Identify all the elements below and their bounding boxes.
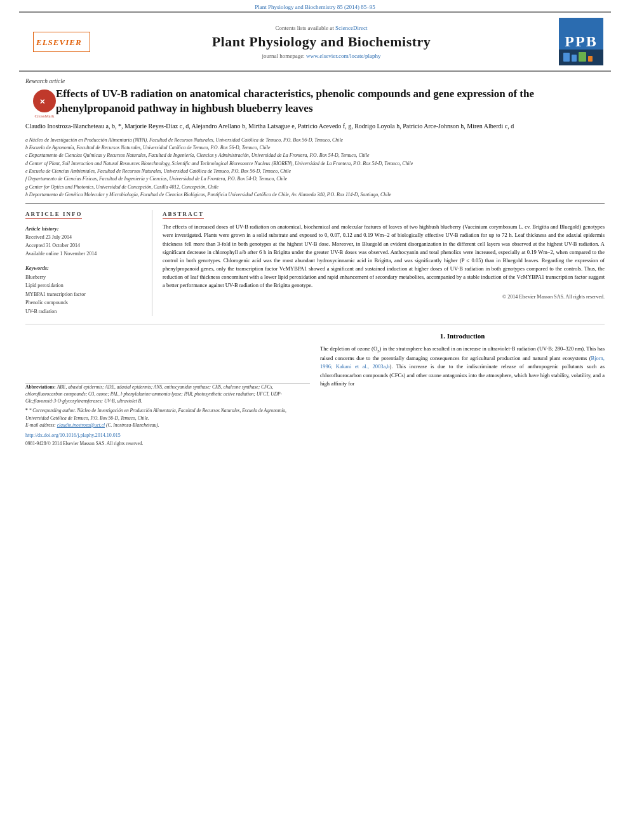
available-date: Available online 1 November 2014 — [25, 250, 145, 258]
intro-paragraph-1: The depletion of ozone (O3) in the strat… — [320, 345, 605, 388]
article-info-column: Article info Article history: Received 2… — [25, 210, 152, 316]
abbreviations-label: Abbreviations: — [25, 384, 57, 390]
journal-title: Plant Physiology and Biochemistry — [103, 34, 540, 50]
abstract-column: Abstract The effects of increased doses … — [163, 210, 605, 316]
intro-number: 1. — [440, 332, 447, 340]
copyright-line: © 2014 Elsevier Masson SAS. All rights r… — [163, 294, 605, 300]
intro-text-release: release — [501, 363, 516, 370]
divider-2 — [25, 324, 605, 324]
article-info-inner: Article info Article history: Received 2… — [25, 210, 152, 316]
banner-center: Contents lists available at ScienceDirec… — [103, 25, 540, 59]
affiliation-c: c Departamento de Ciencias Químicas y Re… — [25, 152, 605, 159]
email-label: E-mail address: — [25, 422, 56, 428]
ppb-logo-area: PPB — [546, 18, 603, 65]
footnotes-area: Abbreviations: ABE, abaxial epidermis; A… — [25, 383, 310, 447]
elsevier-logo-text: ELSEVIER — [35, 31, 89, 53]
affiliation-h: h Departamento de Genética Molecular y M… — [25, 191, 605, 198]
ppb-logo: PPB — [559, 18, 603, 65]
affiliation-a: a Núcleo de Investigación en Producción … — [25, 137, 605, 143]
svg-rect-4 — [588, 56, 593, 62]
doi-line[interactable]: http://dx.doi.org/10.1016/j.plaphy.2014.… — [25, 432, 310, 438]
corresponding-line: * * Corresponding author. Núcleo de Inve… — [25, 407, 310, 422]
authors: Claudio Inostroza-Blancheteau a, b, *, M… — [25, 121, 605, 131]
elsevier-logo-area: ELSEVIER — [27, 32, 97, 52]
affiliation-e: e Escuela de Ciencias Ambientales, Facul… — [25, 168, 605, 175]
abbreviations-text: ABE, abaxial epidermis; ADE, adaxial epi… — [25, 384, 282, 404]
email-suffix: (C. Inostroza-Blancheteau). — [106, 422, 159, 428]
email-link[interactable]: claudio.inostroza@uct.cl — [57, 422, 105, 428]
journal-header: Plant Physiology and Biochemistry 85 (20… — [0, 0, 630, 11]
journal-homepage: journal homepage: www.elsevier.com/locat… — [103, 53, 540, 59]
keyword-1: Lipid peroxidation — [25, 281, 145, 290]
ppb-text: PPB — [565, 33, 597, 50]
sciencedirect-line: Contents lists available at ScienceDirec… — [103, 25, 540, 31]
abstract-text: The effects of increased doses of UV-B r… — [163, 223, 605, 290]
journal-header-text: Plant Physiology and Biochemistry 85 (20… — [255, 4, 375, 10]
journal-banner: ELSEVIER Contents lists available at Sci… — [19, 11, 611, 72]
intro-text-3: ). This increase is due to the indiscrim… — [390, 363, 501, 370]
intro-heading: 1. Introduction — [320, 332, 605, 340]
paper-title: Effects of UV-B radiation on anatomical … — [56, 87, 605, 116]
corresponding-label: * Corresponding author. — [29, 408, 76, 413]
article-history-title: Article history: — [25, 225, 145, 232]
homepage-link[interactable]: www.elsevier.com/locate/plaphy — [306, 53, 380, 59]
keyword-3: Phenolic compounds — [25, 298, 145, 307]
crossmark-icon: ✕ — [33, 90, 56, 112]
divider-1 — [25, 203, 605, 204]
affiliation-f: f Departamento de Ciencias Físicas, Facu… — [25, 175, 605, 182]
abstract-title: Abstract — [163, 211, 204, 219]
svg-rect-3 — [579, 52, 586, 62]
affiliation-b: b Escuela de Agronomía, Facultad de Recu… — [25, 144, 605, 151]
ppb-logo-bottom — [559, 50, 603, 65]
article-info-title: Article info — [25, 211, 82, 219]
affiliation-g: g Center for Optics and Photonics, Unive… — [25, 183, 605, 190]
keywords-title: Keywords: — [25, 265, 145, 271]
svg-text:✕: ✕ — [39, 98, 45, 105]
intro-section: Abbreviations: ABE, abaxial epidermis; A… — [25, 332, 605, 447]
keyword-4: UV-B radiation — [25, 307, 145, 316]
svg-text:ELSEVIER: ELSEVIER — [36, 37, 82, 47]
section-label: Research article — [25, 78, 605, 84]
keyword-2: MYBPA1 transcription factor — [25, 290, 145, 299]
affiliations: a Núcleo de Investigación en Producción … — [25, 137, 605, 198]
intro-text-1: The depletion of ozone (O — [320, 345, 377, 352]
intro-col-right: 1. Introduction The depletion of ozone (… — [320, 332, 605, 447]
elsevier-logo: ELSEVIER — [33, 32, 90, 52]
intro-col-left: Abbreviations: ABE, abaxial epidermis; A… — [25, 332, 310, 447]
accepted-date: Accepted 31 October 2014 — [25, 242, 145, 250]
two-col-layout: Article info Article history: Received 2… — [25, 210, 605, 316]
abbreviations-line: Abbreviations: ABE, abaxial epidermis; A… — [25, 383, 310, 405]
main-content: Research article ✕ CrossMark Effects of … — [25, 78, 605, 446]
doi-link[interactable]: http://dx.doi.org/10.1016/j.plaphy.2014.… — [25, 432, 121, 438]
crossmark-label: CrossMark — [33, 114, 56, 119]
received-date: Received 23 July 2014 — [25, 234, 145, 242]
affiliation-d: d Center of Plant, Soil Interaction and … — [25, 160, 605, 167]
bottom-copyright: 0981-9428/© 2014 Elsevier Masson SAS. Al… — [25, 441, 310, 446]
keyword-0: Blueberry — [25, 273, 145, 282]
svg-rect-1 — [563, 53, 570, 62]
sciencedirect-link[interactable]: ScienceDirect — [335, 25, 367, 31]
email-line: E-mail address: claudio.inostroza@uct.cl… — [25, 422, 310, 429]
intro-title: Introduction — [447, 332, 485, 340]
crossmark-area: ✕ CrossMark — [33, 90, 56, 119]
svg-rect-2 — [572, 55, 577, 62]
